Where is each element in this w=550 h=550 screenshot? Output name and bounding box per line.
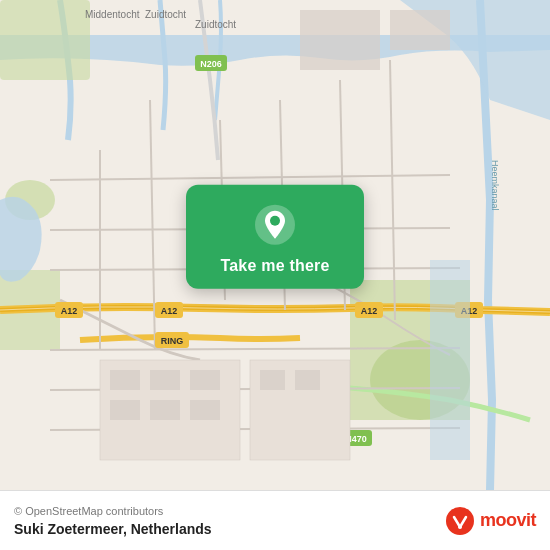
svg-text:Middentocht: Middentocht xyxy=(85,9,140,20)
svg-text:Zuidtocht: Zuidtocht xyxy=(145,9,186,20)
map-container: A12 A12 A12 A12 N206 RING N470 N470 Midd… xyxy=(0,0,550,490)
svg-text:Heemkanaal: Heemkanaal xyxy=(490,160,500,211)
moovit-logo: moovit xyxy=(444,505,536,537)
location-name: Suki Zoetermeer, Netherlands xyxy=(14,521,212,537)
moovit-brand-text: moovit xyxy=(480,510,536,531)
svg-text:Zuidtocht: Zuidtocht xyxy=(195,19,236,30)
svg-point-43 xyxy=(458,525,462,529)
svg-rect-37 xyxy=(300,10,380,70)
svg-point-41 xyxy=(270,216,280,226)
take-me-there-button[interactable]: Take me there xyxy=(220,257,329,275)
svg-rect-35 xyxy=(260,370,285,390)
svg-rect-36 xyxy=(295,370,320,390)
svg-point-42 xyxy=(446,507,474,535)
svg-rect-30 xyxy=(150,370,180,390)
location-pin-icon xyxy=(253,203,297,247)
svg-text:N206: N206 xyxy=(200,59,222,69)
svg-text:A12: A12 xyxy=(61,306,78,316)
svg-rect-31 xyxy=(190,370,220,390)
navigation-overlay-card[interactable]: Take me there xyxy=(186,185,364,289)
svg-rect-33 xyxy=(150,400,180,420)
svg-rect-39 xyxy=(430,260,470,460)
attribution-text: © OpenStreetMap contributors xyxy=(14,505,212,517)
svg-rect-1 xyxy=(0,0,90,80)
moovit-icon xyxy=(444,505,476,537)
svg-rect-32 xyxy=(110,400,140,420)
svg-rect-38 xyxy=(390,10,450,50)
svg-rect-34 xyxy=(190,400,220,420)
svg-text:RING: RING xyxy=(161,336,184,346)
bottom-bar: © OpenStreetMap contributors Suki Zoeter… xyxy=(0,490,550,550)
svg-text:A12: A12 xyxy=(161,306,178,316)
svg-rect-29 xyxy=(110,370,140,390)
